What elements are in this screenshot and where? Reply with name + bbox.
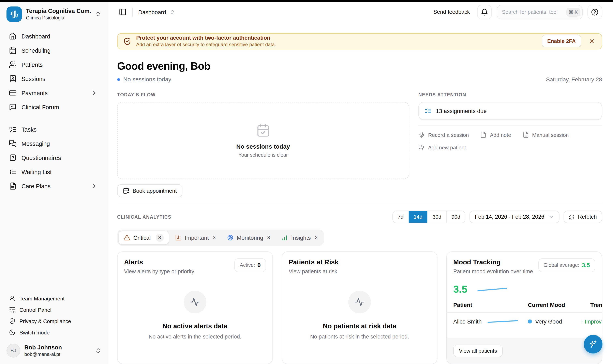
refetch-button[interactable]: Refetch [564, 210, 602, 223]
sidebar-item-questionnaires[interactable]: Questionnaires [5, 151, 102, 165]
help-button[interactable] [587, 5, 602, 19]
sidebar-item-tasks[interactable]: Tasks [5, 122, 102, 136]
manual-session-label: Manual session [532, 132, 569, 138]
file-text-icon [522, 131, 529, 138]
todays-flow-label: TODAY'S FLOW [117, 92, 409, 97]
list-todo-icon [9, 126, 17, 133]
tab-monitoring[interactable]: Monitoring 3 [222, 231, 276, 245]
tab-critical-label: Critical [133, 234, 151, 241]
alerts-card-title: Alerts [124, 258, 194, 266]
date-range-select[interactable]: Feb 14, 2026 - Feb 28, 2026 [470, 210, 560, 223]
status-text: No sessions today [123, 76, 171, 83]
sidebar-item-patients[interactable]: Patients [5, 57, 102, 72]
mood-card-header: Mood Tracking Patient mood evolution ove… [447, 252, 602, 274]
range-7d-button[interactable]: 7d [393, 211, 409, 223]
book-appointment-label: Book appointment [133, 188, 177, 194]
banner-actions: Enable 2FA [542, 35, 596, 48]
manual-session-button[interactable]: Manual session [522, 131, 569, 138]
mic-icon [418, 131, 425, 138]
sidebar-item-care-plans[interactable]: Care Plans [5, 179, 102, 193]
add-new-patient-button[interactable]: Add new patient [418, 144, 466, 151]
sidebar-item-label: Messaging [21, 140, 50, 147]
org-text: Terapia Cognitiva Com... Clínica Psicolo… [26, 8, 91, 21]
book-appointment-button[interactable]: Book appointment [117, 184, 182, 197]
org-switcher[interactable]: Terapia Cognitiva Com... Clínica Psicolo… [0, 2, 107, 25]
date-range-value: Feb 14, 2026 - Feb 28, 2026 [475, 214, 544, 220]
add-note-button[interactable]: Add note [480, 131, 511, 138]
assignments-due-card[interactable]: 13 assignments due [418, 102, 602, 120]
search-input[interactable] [502, 9, 564, 15]
sidebar-item-scheduling[interactable]: Scheduling [5, 43, 102, 57]
range-segmented-control: 7d 14d 30d 90d [392, 210, 466, 223]
sidebar-nav-main: Dashboard Scheduling Patients Sessions P… [0, 27, 107, 114]
view-all-patients-button[interactable]: View all patients [453, 345, 502, 357]
two-factor-banner: Protect your account with two-factor aut… [117, 33, 602, 49]
mood-table-row[interactable]: Alice Smith Very Good ↑ Improving [447, 318, 602, 325]
record-session-button[interactable]: Record a session [418, 131, 469, 138]
risk-card-subtitle: View patients at risk [289, 268, 338, 274]
users-icon [9, 61, 17, 68]
column-patient: Patient [453, 302, 528, 308]
search-box[interactable]: ⌘ K [497, 5, 583, 19]
refetch-label: Refetch [578, 214, 597, 220]
range-90d-button[interactable]: 90d [446, 211, 465, 223]
rising-bars-icon [281, 234, 288, 241]
risk-card-title: Patients at Risk [289, 258, 338, 266]
tab-insights[interactable]: Insights 2 [276, 231, 323, 245]
range-14d-button[interactable]: 14d [409, 211, 428, 223]
sidebar-item-dashboard[interactable]: Dashboard [5, 29, 102, 43]
sidebar-item-switch-mode[interactable]: Switch mode [5, 327, 102, 338]
sidebar-item-payments[interactable]: Payments [5, 86, 102, 100]
alerts-card-titles: Alerts View alerts by type or priority [124, 258, 194, 274]
tab-monitoring-count: 3 [267, 235, 270, 241]
risk-empty-title: No patients at risk data [323, 322, 396, 330]
breadcrumb-label: Dashboard [138, 9, 166, 15]
status-row: No sessions today Saturday, February 28 [117, 76, 602, 83]
analytics-controls: 7d 14d 30d 90d Feb 14, 2026 - Feb 28, 20… [392, 210, 602, 223]
sidebar-item-sessions[interactable]: Sessions [5, 72, 102, 86]
analytics-tabs: Critical 3 Important 3 Monitoring 3 Insi… [117, 230, 324, 246]
sidebar-item-privacy-compliance[interactable]: Privacy & Compliance [5, 315, 102, 327]
tab-important[interactable]: Important 3 [170, 231, 221, 245]
sidebar-item-waiting-list[interactable]: Waiting List [5, 165, 102, 179]
target-icon [227, 234, 234, 241]
calendar-check-icon [256, 123, 270, 137]
sidebar-item-messaging[interactable]: Messaging [5, 136, 102, 151]
patients-at-risk-card: Patients at Risk View patients at risk N… [282, 251, 437, 364]
calendar-icon [9, 47, 17, 54]
sidebar-item-team-management[interactable]: Team Management [5, 293, 102, 304]
tab-monitoring-label: Monitoring [237, 234, 263, 241]
chevron-right-icon [90, 182, 98, 190]
enable-2fa-button[interactable]: Enable 2FA [542, 35, 581, 48]
sidebar-toggle-button[interactable] [117, 7, 128, 18]
range-30d-button[interactable]: 30d [428, 211, 446, 223]
org-subtitle: Clínica Psicologia [26, 15, 91, 21]
close-icon [589, 38, 595, 45]
ai-assistant-fab[interactable] [584, 335, 602, 353]
banner-close-button[interactable] [588, 37, 596, 45]
clinical-analytics-label: CLINICAL ANALYTICS [117, 214, 171, 219]
notifications-button[interactable] [477, 5, 492, 19]
column-trend: Trend [581, 302, 602, 308]
risk-card-header: Patients at Risk View patients at risk [282, 252, 437, 274]
user-plus-icon [418, 144, 425, 151]
user-menu[interactable]: BJ Bob Johnson bob@mena-ai.pt [0, 340, 107, 364]
tab-important-label: Important [185, 234, 209, 241]
tab-important-count: 3 [213, 235, 216, 241]
sidebar-item-clinical-forum[interactable]: Clinical Forum [5, 100, 102, 114]
chart-column-icon [175, 234, 182, 241]
sidebar-item-label: Dashboard [21, 33, 50, 39]
send-feedback-button[interactable]: Send feedback [433, 9, 470, 15]
alerts-empty-subtitle: No active alerts in the selected period. [149, 334, 241, 340]
sidebar-item-control-panel[interactable]: Control Panel [5, 304, 102, 315]
current-mood-cell: Very Good [528, 318, 581, 325]
tab-critical[interactable]: Critical 3 [118, 231, 169, 245]
sidebar-item-label: Control Panel [19, 307, 52, 313]
book-row: Book appointment [117, 184, 409, 197]
house-icon [9, 32, 17, 40]
sidebar: Terapia Cognitiva Com... Clínica Psicolo… [0, 0, 107, 364]
breadcrumb[interactable]: Dashboard [138, 9, 175, 15]
circle-help-icon [591, 9, 599, 16]
empty-schedule-title: No sessions today [236, 143, 290, 150]
file-question-icon [9, 154, 17, 162]
